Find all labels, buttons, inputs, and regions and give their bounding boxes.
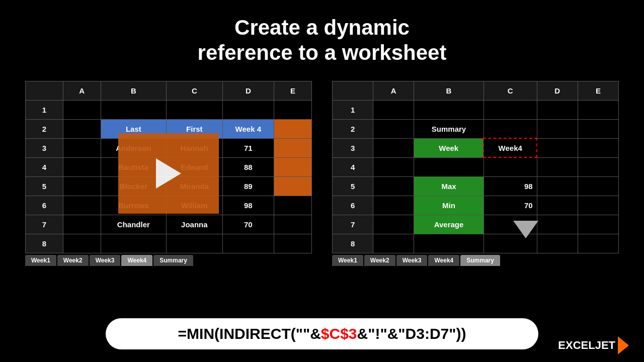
row-2-header-right: 2	[333, 119, 373, 138]
col-header-empty-left	[26, 81, 63, 100]
row-4-header-left: 4	[26, 157, 63, 176]
cell-joanna: Joanna	[167, 215, 223, 234]
logo-arrow-icon	[618, 336, 629, 354]
table-row: 2 Summary	[333, 119, 619, 138]
col-header-A-right: A	[373, 81, 414, 100]
table-row: 7 Average 83.2	[333, 215, 619, 234]
logo-excel-text: EXCEL	[558, 339, 595, 352]
table-row: 1	[333, 100, 619, 119]
page-title: Create a dynamic reference to a workshee…	[0, 0, 644, 66]
row-6-header-right: 6	[333, 196, 373, 215]
tab-week2-left[interactable]: Week2	[57, 255, 89, 266]
exceljet-logo: EXCELJET	[558, 336, 629, 354]
row-3-header-right: 3	[333, 138, 373, 157]
tab-summary-right[interactable]: Summary	[460, 255, 500, 266]
col-header-A-left: A	[63, 81, 101, 100]
row-6-header-left: 6	[26, 196, 63, 215]
row-8-header-right: 8	[333, 234, 373, 253]
left-sheet-tabs: Week1 Week2 Week3 Week4 Summary	[25, 255, 312, 266]
cell-min-value: 70	[484, 196, 537, 215]
tab-week3-left[interactable]: Week3	[90, 255, 121, 266]
cell-min-label: Min	[414, 196, 484, 215]
row-1-header-right: 1	[333, 100, 373, 119]
col-header-B-right: B	[414, 81, 484, 100]
table-row: 8	[26, 234, 312, 253]
row-7-header-right: 7	[333, 215, 373, 234]
table-row: 1	[26, 100, 312, 119]
cell-week-label: Week	[414, 138, 484, 157]
row-7-header-left: 7	[26, 215, 63, 234]
table-row: 5 Max 98	[333, 176, 619, 196]
arrow-indicator	[513, 221, 538, 238]
cell-71: 71	[222, 138, 274, 157]
table-row: 7 Chandler Joanna 70	[26, 215, 312, 234]
formula-part-1: =MIN(INDIRECT(""&	[178, 325, 321, 342]
cell-max-value: 98	[484, 176, 537, 196]
table-row: 8	[333, 234, 619, 253]
cell-88: 88	[222, 157, 274, 176]
row-5-header-left: 5	[26, 176, 63, 196]
col-header-empty-right	[333, 81, 373, 100]
cell-89: 89	[222, 176, 274, 196]
play-icon	[156, 158, 181, 189]
col-header-C-left: C	[167, 81, 223, 100]
cell-98: 98	[222, 196, 274, 215]
formula-part-2: $C$3	[321, 325, 357, 342]
cell-week4-header: Week 4	[222, 119, 274, 138]
tab-week1-right[interactable]: Week1	[332, 255, 363, 266]
col-header-C-right: C	[484, 81, 537, 100]
cell-70: 70	[222, 215, 274, 234]
cell-chandler: Chandler	[101, 215, 166, 234]
right-sheet-tabs: Week1 Week2 Week3 Week4 Summary	[332, 255, 619, 266]
table-row: 4	[333, 157, 619, 176]
table-row: 6 Min 70	[333, 196, 619, 215]
right-table: A B C D E 1 2	[332, 81, 619, 253]
main-content: A B C D E 1 2	[0, 71, 644, 266]
tab-week4-right[interactable]: Week4	[428, 255, 459, 266]
row-2-header-left: 2	[26, 119, 63, 138]
formula-part-3: &"!"&"D3:D7"))	[357, 325, 466, 342]
formula-bar: =MIN(INDIRECT(""&$C$3&"!"&"D3:D7"))	[106, 318, 538, 349]
right-spreadsheet: A B C D E 1 2	[332, 81, 619, 266]
tab-week4-left[interactable]: Week4	[121, 255, 152, 266]
tab-week3-right[interactable]: Week3	[396, 255, 428, 266]
row-3-header-left: 3	[26, 138, 63, 157]
formula-text: =MIN(INDIRECT(""&$C$3&"!"&"D3:D7"))	[178, 325, 466, 342]
col-header-D-right: D	[537, 81, 578, 100]
cell-max-label: Max	[414, 176, 484, 196]
tab-summary-left[interactable]: Summary	[153, 255, 193, 266]
cell-average-label: Average	[414, 215, 484, 234]
logo-jet-text: JET	[595, 339, 615, 352]
video-play-overlay[interactable]	[118, 133, 219, 214]
col-header-E-left: E	[274, 81, 312, 100]
row-5-header-right: 5	[333, 176, 373, 196]
row-1-header-left: 1	[26, 100, 63, 119]
cell-week4-value: Week4	[484, 138, 537, 157]
tab-week2-right[interactable]: Week2	[364, 255, 395, 266]
col-header-B-left: B	[101, 81, 166, 100]
left-spreadsheet: A B C D E 1 2	[25, 81, 312, 266]
tab-week1-left[interactable]: Week1	[25, 255, 56, 266]
table-row: 3 Week Week4	[333, 138, 619, 157]
row-4-header-right: 4	[333, 157, 373, 176]
col-header-E-right: E	[578, 81, 618, 100]
col-header-D-left: D	[222, 81, 274, 100]
row-8-header-left: 8	[26, 234, 63, 253]
cell-summary-label: Summary	[414, 119, 484, 138]
